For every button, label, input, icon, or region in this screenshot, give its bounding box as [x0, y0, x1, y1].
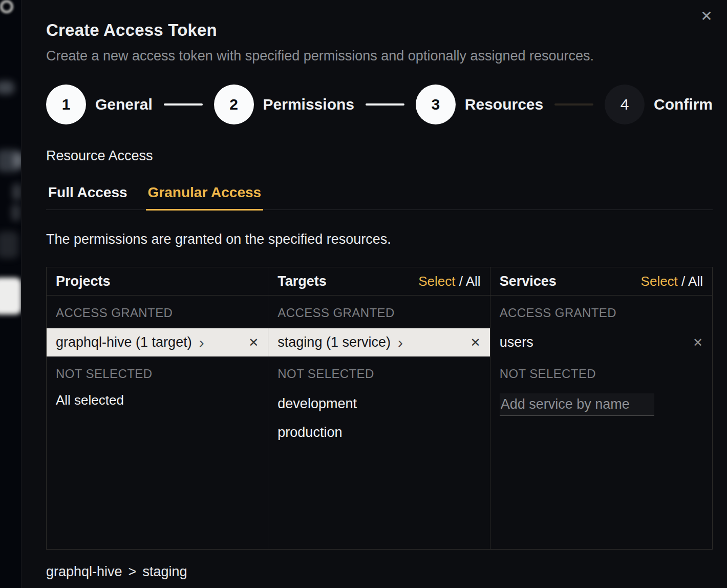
step-label: Resources	[465, 96, 543, 113]
granted-target-name: staging (1 service)	[277, 334, 391, 350]
granted-target-row[interactable]: staging (1 service) › ✕	[268, 328, 489, 356]
select-separator: /	[678, 274, 688, 289]
step-connector	[164, 103, 203, 106]
remove-icon[interactable]: ✕	[248, 337, 259, 349]
granted-service-name: users	[500, 334, 533, 350]
remove-icon[interactable]: ✕	[471, 337, 481, 349]
resource-selector-table: Projects ACCESS GRANTED graphql-hive (1 …	[46, 267, 713, 550]
dialog-title: Create Access Token	[46, 20, 713, 40]
services-column: Services Select / All ACCESS GRANTED use…	[490, 267, 712, 549]
access-granted-label: ACCESS GRANTED	[490, 296, 712, 328]
granular-access-description: The permissions are granted on the speci…	[46, 232, 713, 247]
resource-access-tabs: Full Access Granular Access	[46, 181, 713, 210]
all-link[interactable]: All	[688, 274, 703, 289]
background-blur-artifact	[11, 204, 20, 221]
create-access-token-dialog: ✕ Create Access Token Create a new acces…	[22, 0, 727, 588]
targets-column: Targets Select / All ACCESS GRANTED stag…	[268, 267, 490, 549]
step-number-badge: 4	[605, 85, 645, 124]
tab-granular-access[interactable]: Granular Access	[146, 181, 264, 211]
select-all-controls: Select / All	[418, 274, 480, 289]
screen: ✕ Create Access Token Create a new acces…	[0, 0, 727, 588]
background-blur-artifact	[12, 183, 22, 201]
not-selected-label: NOT SELECTED	[268, 356, 489, 389]
target-option-production[interactable]: production	[268, 418, 489, 447]
projects-column: Projects ACCESS GRANTED graphql-hive (1 …	[47, 267, 268, 549]
chevron-right-icon: ›	[199, 335, 204, 350]
access-granted-label: ACCESS GRANTED	[47, 296, 268, 328]
select-link[interactable]: Select	[641, 274, 678, 289]
granted-service-row[interactable]: users ✕	[490, 328, 712, 356]
background-blur-artifact	[0, 232, 18, 258]
not-selected-label: NOT SELECTED	[47, 356, 268, 389]
step-number-badge: 2	[214, 85, 254, 124]
add-service-input[interactable]	[500, 393, 654, 416]
breadcrumb-project: graphql-hive	[46, 564, 122, 580]
close-icon[interactable]: ✕	[696, 6, 717, 27]
step-label: General	[95, 96, 153, 113]
column-title: Targets	[277, 274, 327, 289]
step-connector	[554, 103, 593, 106]
background-blur-artifact	[0, 278, 22, 314]
select-separator: /	[456, 274, 466, 289]
step-connector	[366, 103, 404, 106]
step-label: Permissions	[263, 96, 354, 113]
all-link[interactable]: All	[466, 274, 481, 289]
not-selected-label: NOT SELECTED	[490, 356, 712, 389]
breadcrumb-separator-icon: >	[129, 564, 137, 580]
background-blur-artifact	[0, 81, 14, 94]
column-title: Services	[500, 274, 557, 289]
services-column-header: Services Select / All	[490, 267, 712, 296]
step-permissions[interactable]: 2 Permissions	[214, 85, 354, 124]
granted-project-name: graphql-hive (1 target)	[56, 334, 192, 350]
target-option-development[interactable]: development	[268, 389, 489, 418]
tab-full-access[interactable]: Full Access	[46, 181, 130, 211]
projects-column-header: Projects	[47, 267, 268, 296]
column-title: Projects	[56, 274, 111, 289]
chevron-right-icon: ›	[398, 335, 403, 350]
step-general[interactable]: 1 General	[46, 85, 153, 124]
granted-project-row[interactable]: graphql-hive (1 target) › ✕	[47, 328, 268, 356]
select-link[interactable]: Select	[418, 274, 455, 289]
resource-access-label: Resource Access	[46, 148, 713, 164]
targets-column-header: Targets Select / All	[268, 267, 489, 296]
background-blur-artifact	[0, 0, 13, 13]
dialog-subtitle: Create a new access token with specified…	[46, 48, 713, 64]
all-selected-note: All selected	[47, 389, 268, 408]
access-granted-label: ACCESS GRANTED	[268, 296, 489, 328]
step-label: Confirm	[654, 96, 713, 113]
step-number-badge: 3	[416, 85, 456, 124]
stepper: 1 General 2 Permissions 3 Resources 4 Co…	[46, 85, 713, 124]
step-resources[interactable]: 3 Resources	[416, 85, 543, 124]
step-number-badge: 1	[46, 85, 86, 124]
breadcrumb-target: staging	[142, 564, 187, 580]
remove-icon[interactable]: ✕	[693, 337, 703, 349]
breadcrumb: graphql-hive > staging	[46, 564, 713, 580]
select-all-controls: Select / All	[641, 274, 703, 289]
step-confirm[interactable]: 4 Confirm	[605, 85, 713, 124]
